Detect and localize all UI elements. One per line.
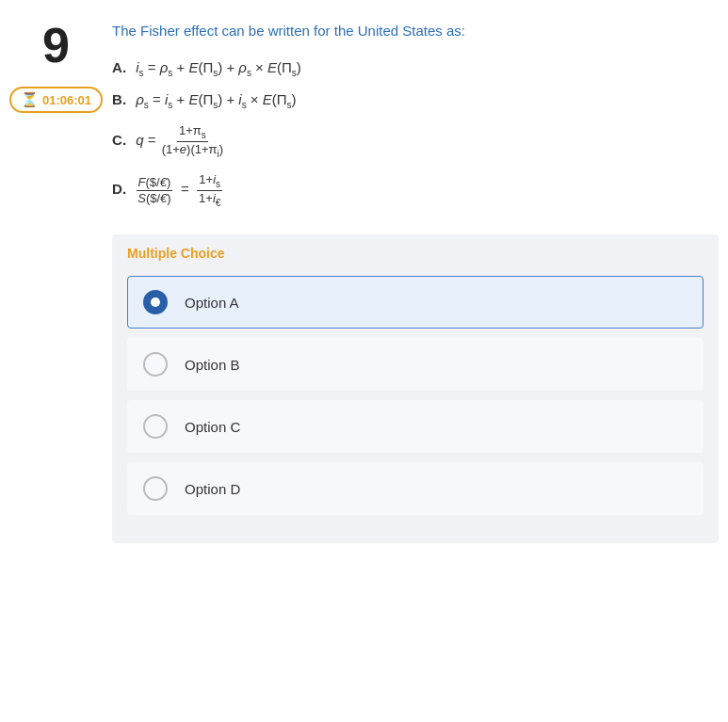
radio-c (143, 414, 168, 439)
choice-a-text: Option A (185, 295, 239, 311)
math-option-d: D. F($/€) S($/€) = 1+is 1+i€ (112, 172, 719, 208)
radio-b (143, 352, 168, 377)
timer-value: 01:06:01 (42, 93, 91, 107)
multiple-choice-section: Multiple Choice Option A Option B Option… (112, 234, 719, 543)
option-a-label: A. (112, 59, 126, 75)
option-a-formula: is = ρs + E(Πs) + ρs × E(Πs) (136, 59, 301, 75)
question-text: The Fisher effect can be written for the… (112, 19, 719, 39)
radio-d (143, 476, 168, 501)
option-b-formula: ρs = is + E(Πs) + is × E(Πs) (136, 91, 296, 107)
timer-badge: ⏳ 01:06:01 (9, 87, 103, 113)
choice-b-text: Option B (185, 357, 239, 373)
math-option-b: B. ρs = is + E(Πs) + is × E(Πs) (112, 91, 719, 110)
math-options-list: A. is = ρs + E(Πs) + ρs × E(Πs) B. ρs = … (112, 59, 719, 208)
math-option-a: A. is = ρs + E(Πs) + ρs × E(Πs) (112, 59, 719, 78)
option-b-label: B. (112, 91, 126, 107)
question-number: 9 (42, 21, 70, 70)
choice-option-d[interactable]: Option D (127, 462, 704, 515)
choice-option-b[interactable]: Option B (127, 338, 704, 391)
choice-d-text: Option D (185, 481, 240, 497)
radio-a (143, 290, 168, 314)
option-d-formula: F($/€) S($/€) = 1+is 1+i€ (136, 181, 222, 197)
choice-option-c[interactable]: Option C (127, 400, 704, 453)
option-c-formula: q = 1+πs (1+e)(1+πi) (136, 132, 225, 148)
math-option-c: C. q = 1+πs (1+e)(1+πi) (112, 123, 719, 159)
option-c-label: C. (112, 132, 126, 148)
multiple-choice-label: Multiple Choice (127, 246, 704, 261)
choice-c-text: Option C (185, 419, 240, 435)
timer-icon: ⏳ (21, 91, 39, 108)
option-d-label: D. (112, 181, 126, 197)
choice-option-a[interactable]: Option A (127, 276, 704, 329)
